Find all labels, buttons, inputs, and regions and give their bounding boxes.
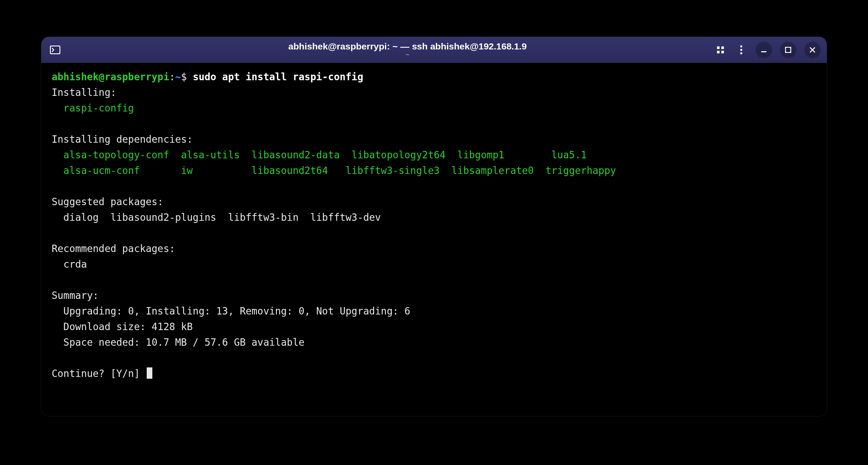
menu-button[interactable] [735,43,748,56]
prompt-suffix: $ [181,71,193,82]
svg-rect-9 [761,51,766,52]
summary-line: Space needed: 10.7 MB / 57.6 GB availabl… [52,337,304,348]
terminal-window: abhishek@raspberrypi: ~ — ssh abhishek@1… [41,37,827,416]
summary-line: Upgrading: 0, Installing: 13, Removing: … [52,305,410,317]
prompt-path: ~ [175,71,181,82]
deps-label: Installing dependencies: [52,134,193,145]
window-subtitle: ~ [101,52,714,58]
prompt-userhost: abhishek@raspberrypi [52,71,169,82]
titlebar-controls [714,42,821,58]
installing-label: Installing: [52,87,116,98]
dep-pkg: alsa-ucm-conf iw libasound2t64 libfftw3-… [63,165,616,176]
close-button[interactable] [804,42,821,58]
summary-label: Summary: [52,290,99,301]
svg-rect-4 [717,51,720,53]
recommended-label: Recommended packages: [52,243,175,254]
recommended-pkgs: crda [52,259,87,270]
command-text: sudo apt install raspi-config [193,71,363,82]
suggested-pkgs: dialog libasound2-plugins libfftw3-bin l… [52,212,381,223]
maximize-button[interactable] [780,42,796,58]
terminal-app-icon [49,45,61,55]
dep-pkg: alsa-topology-conf alsa-utils libasound2… [63,149,587,160]
suggested-label: Suggested packages: [52,196,163,207]
new-tab-button[interactable] [714,43,727,56]
cursor [147,367,152,379]
titlebar-title-area: abhishek@raspberrypi: ~ — ssh abhishek@1… [101,41,714,58]
svg-rect-1 [51,46,59,53]
svg-point-8 [740,52,743,55]
prompt-sep: : [169,71,175,82]
terminal-output[interactable]: abhishek@raspberrypi:~$ sudo apt install… [41,63,827,416]
svg-rect-5 [721,51,724,53]
continue-prompt: Continue? [Y/n] [52,368,146,379]
svg-point-7 [740,49,743,51]
svg-rect-3 [721,46,724,49]
titlebar[interactable]: abhishek@raspberrypi: ~ — ssh abhishek@1… [41,37,827,63]
svg-rect-2 [717,46,720,49]
installing-pkg: raspi-config [52,102,134,114]
summary-line: Download size: 4128 kB [52,321,193,332]
svg-point-6 [740,46,743,48]
minimize-button[interactable] [756,42,772,58]
window-title: abhishek@raspberrypi: ~ — ssh abhishek@1… [101,41,714,51]
titlebar-left [49,45,101,55]
